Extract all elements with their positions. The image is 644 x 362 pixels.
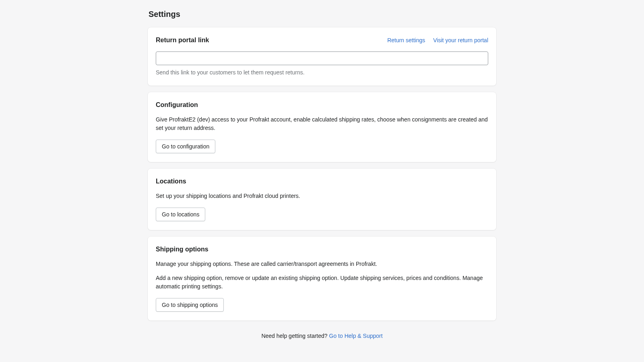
footer-help: Need help getting started? Go to Help & …: [148, 332, 496, 340]
configuration-title: Configuration: [156, 100, 488, 110]
locations-title: Locations: [156, 177, 488, 186]
locations-card: Locations Set up your shipping locations…: [148, 169, 496, 230]
configuration-card: Configuration Give ProfraktE2 (dev) acce…: [148, 92, 496, 162]
return-portal-help-text: Send this link to your customers to let …: [156, 68, 488, 77]
return-portal-links: Return settings Visit your return portal: [387, 36, 488, 45]
shipping-options-description-1: Manage your shipping options. These are …: [156, 260, 488, 268]
shipping-options-header: Shipping options: [156, 245, 488, 254]
shipping-options-title: Shipping options: [156, 245, 488, 254]
go-to-configuration-button[interactable]: Go to configuration: [156, 140, 215, 153]
locations-header: Locations: [156, 177, 488, 186]
help-support-link[interactable]: Go to Help & Support: [329, 333, 383, 339]
configuration-header: Configuration: [156, 100, 488, 110]
return-settings-link[interactable]: Return settings: [387, 36, 425, 45]
return-portal-card: Return portal link Return settings Visit…: [148, 27, 496, 86]
visit-return-portal-link[interactable]: Visit your return portal: [433, 36, 488, 45]
page-title: Settings: [148, 8, 496, 20]
return-portal-header: Return portal link Return settings Visit…: [156, 35, 488, 45]
go-to-shipping-options-button[interactable]: Go to shipping options: [156, 298, 224, 312]
footer-help-prompt: Need help getting started?: [261, 333, 329, 339]
return-portal-link-input[interactable]: [156, 51, 488, 65]
settings-page: Settings Return portal link Return setti…: [148, 0, 496, 356]
go-to-locations-button[interactable]: Go to locations: [156, 208, 205, 221]
shipping-options-card: Shipping options Manage your shipping op…: [148, 237, 496, 321]
configuration-description: Give ProfraktE2 (dev) access to your Pro…: [156, 115, 488, 132]
shipping-options-description-2: Add a new shipping option, remove or upd…: [156, 274, 488, 291]
locations-description: Set up your shipping locations and Profr…: [156, 192, 488, 200]
return-portal-title: Return portal link: [156, 35, 209, 45]
